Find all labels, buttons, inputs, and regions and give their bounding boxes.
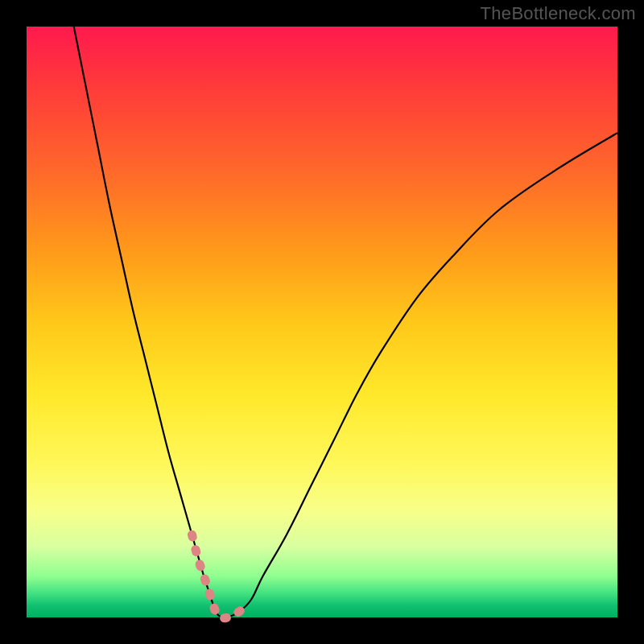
bottleneck-curve xyxy=(74,27,617,618)
chart-frame: TheBottleneck.com xyxy=(0,0,644,644)
curve-svg xyxy=(27,27,617,617)
highlight-segment xyxy=(192,535,246,618)
watermark-text: TheBottleneck.com xyxy=(481,3,636,24)
plot-area xyxy=(27,27,617,617)
